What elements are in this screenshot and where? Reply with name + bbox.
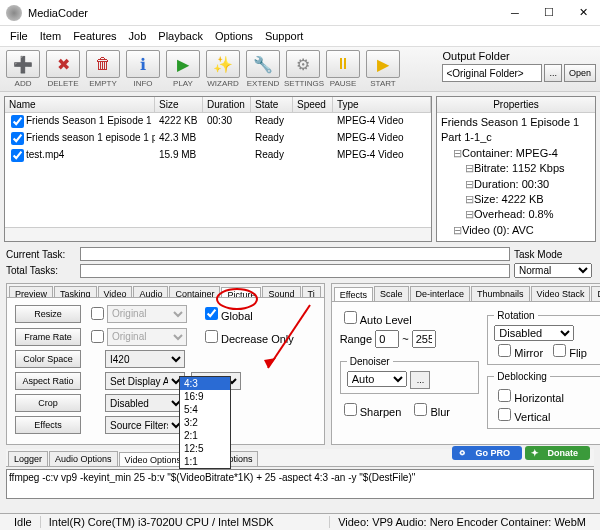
tab-thumbnails[interactable]: Thumbnails [471, 286, 530, 301]
col-state[interactable]: State [251, 97, 293, 112]
decrease-check[interactable] [205, 330, 218, 343]
tb-add[interactable]: ➕ADD [4, 50, 42, 88]
output-folder-input[interactable] [442, 64, 542, 82]
tab-tasking[interactable]: Tasking [54, 286, 97, 297]
horiz-check[interactable] [498, 389, 511, 402]
aspect-option[interactable]: 2:1 [180, 429, 230, 442]
aspect-option[interactable]: 12:5 [180, 442, 230, 455]
browse-button[interactable]: ... [544, 64, 562, 82]
aspect-select[interactable]: Set Display AR [105, 372, 185, 390]
menu-options[interactable]: Options [209, 28, 259, 44]
aspect-option[interactable]: 3:2 [180, 416, 230, 429]
menu-playback[interactable]: Playback [152, 28, 209, 44]
properties-pane: Properties Friends Season 1 Episode 1 Pa… [436, 96, 596, 242]
property-line: ⊟ Bitrate: 1152 Kbps [441, 161, 591, 176]
tab-video-options[interactable]: Video Options [119, 452, 187, 467]
tab-video[interactable]: Video [98, 286, 133, 297]
framerate-select[interactable]: Original [107, 328, 187, 346]
autolevel-check[interactable] [344, 311, 357, 324]
sharpen-check[interactable] [344, 403, 357, 416]
tb-play[interactable]: ▶PLAY [164, 50, 202, 88]
file-list[interactable]: Name Size Duration State Speed Type Frie… [4, 96, 432, 242]
row-check[interactable] [11, 149, 24, 162]
menu-job[interactable]: Job [123, 28, 153, 44]
table-row[interactable]: Friends season 1 episode 1 part 1...42.3… [5, 130, 431, 147]
tab-container[interactable]: Container [169, 286, 220, 297]
aspect-option[interactable]: 5:4 [180, 403, 230, 416]
col-name[interactable]: Name [5, 97, 155, 112]
col-type[interactable]: Type [333, 97, 431, 112]
global-check[interactable] [205, 307, 218, 320]
minimize-button[interactable]: ─ [498, 0, 532, 26]
crop-select[interactable]: Disabled [105, 394, 185, 412]
tb-delete[interactable]: ✖DELETE [44, 50, 82, 88]
crop-button[interactable]: Crop [15, 394, 81, 412]
go-pro-button[interactable]: ⭘ Go PRO [452, 446, 522, 460]
menu-support[interactable]: Support [259, 28, 310, 44]
tb-start[interactable]: ▶START [364, 50, 402, 88]
tab-de-interlace[interactable]: De-interlace [410, 286, 471, 301]
aspect-dropdown-open[interactable]: 4:316:95:43:22:112:51:1 [179, 376, 231, 469]
tab-video-stack[interactable]: Video Stack [531, 286, 591, 301]
mirror-check[interactable] [498, 344, 511, 357]
effects-select[interactable]: Source Filters [105, 416, 185, 434]
task-mode-select[interactable]: Normal [514, 263, 592, 278]
row-check[interactable] [11, 115, 24, 128]
resize-check[interactable] [91, 307, 104, 320]
range-min[interactable] [375, 330, 399, 348]
col-size[interactable]: Size [155, 97, 203, 112]
table-row[interactable]: Friends Season 1 Episode 1 Part 1...4222… [5, 113, 431, 130]
tb-extend[interactable]: 🔧EXTEND [244, 50, 282, 88]
close-button[interactable]: ✕ [566, 0, 600, 26]
h-scrollbar[interactable] [5, 227, 431, 241]
tb-settings[interactable]: ⚙SETTINGS [284, 50, 322, 88]
col-speed[interactable]: Speed [293, 97, 333, 112]
range-max[interactable] [412, 330, 436, 348]
blur-check[interactable] [414, 403, 427, 416]
denoiser-more[interactable]: ... [410, 371, 430, 389]
effects-button[interactable]: Effects [15, 416, 81, 434]
menu-features[interactable]: Features [67, 28, 122, 44]
aspect-option[interactable]: 16:9 [180, 390, 230, 403]
tab-audio-options[interactable]: Audio Options [49, 451, 118, 466]
tab-effects[interactable]: Effects [334, 287, 373, 302]
resize-button[interactable]: Resize [15, 305, 81, 323]
open-button[interactable]: Open [564, 64, 596, 82]
donate-button[interactable]: ✦ Donate [525, 446, 590, 460]
tab-logger[interactable]: Logger [8, 451, 48, 466]
tb-empty[interactable]: 🗑EMPTY [84, 50, 122, 88]
tab-picture[interactable]: Picture [221, 287, 261, 298]
colorspace-button[interactable]: Color Space [15, 350, 81, 368]
vert-check[interactable] [498, 408, 511, 421]
tab-sound[interactable]: Sound [262, 286, 300, 297]
aspect-option[interactable]: 1:1 [180, 455, 230, 468]
tab-audio[interactable]: Audio [133, 286, 168, 297]
tab-ti[interactable]: Ti [302, 286, 321, 297]
property-line: ⊟ Container: MPEG-4 [441, 146, 591, 161]
tab-preview[interactable]: Preview [9, 286, 53, 297]
property-line: Friends Season 1 Episode 1 Part 1-1_c [441, 115, 591, 146]
colorspace-select[interactable]: I420 [105, 350, 185, 368]
tab-scale[interactable]: Scale [374, 286, 409, 301]
denoiser-select[interactable]: Auto [347, 371, 407, 387]
framerate-check[interactable] [91, 330, 104, 343]
promo-buttons: ⭘ Go PRO ✦ Donate [452, 446, 590, 460]
maximize-button[interactable]: ☐ [532, 0, 566, 26]
flip-check[interactable] [553, 344, 566, 357]
tb-pause[interactable]: ⏸PAUSE [324, 50, 362, 88]
tb-info[interactable]: ℹINFO [124, 50, 162, 88]
row-check[interactable] [11, 132, 24, 145]
resize-select[interactable]: Original [107, 305, 187, 323]
tab-delogo[interactable]: Delogo [591, 286, 600, 301]
aspect-option[interactable]: 4:3 [180, 377, 230, 390]
menu-file[interactable]: File [4, 28, 34, 44]
cmdline-box: ffmpeg -c:v vp9 -keyint_min 25 -b:v "$(V… [6, 469, 594, 501]
framerate-button[interactable]: Frame Rate [15, 328, 81, 346]
table-row[interactable]: test.mp415.9 MBReadyMPEG-4 Video [5, 147, 431, 164]
cmdline-input[interactable]: ffmpeg -c:v vp9 -keyint_min 25 -b:v "$(V… [6, 469, 594, 499]
tb-wizard[interactable]: ✨WIZARD [204, 50, 242, 88]
menu-item[interactable]: Item [34, 28, 67, 44]
col-duration[interactable]: Duration [203, 97, 251, 112]
rotation-select[interactable]: Disabled [494, 325, 574, 341]
aspect-button[interactable]: Aspect Ratio [15, 372, 81, 390]
